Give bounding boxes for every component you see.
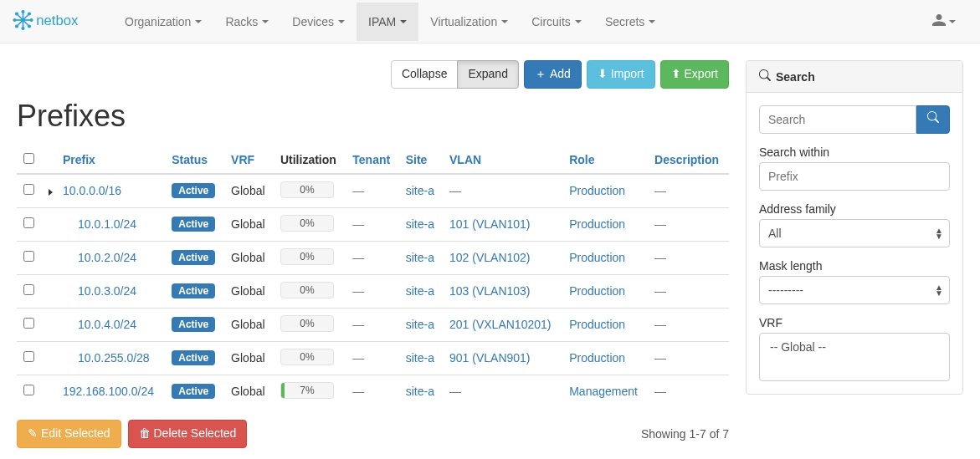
site-link[interactable]: site-a: [406, 351, 434, 365]
vlan-link[interactable]: 103 (VLAN103): [449, 284, 531, 298]
site-link[interactable]: site-a: [406, 184, 434, 197]
address-family-label: Address family: [759, 202, 950, 216]
nav-item-label: IPAM: [368, 15, 396, 28]
nav-item-circuits[interactable]: Circuits: [520, 3, 593, 41]
role-link[interactable]: Production: [569, 184, 625, 197]
utilization-meter: 0%: [280, 215, 334, 232]
description-empty: —: [654, 351, 666, 365]
utilization-meter: 0%: [280, 248, 334, 265]
tenant-empty: —: [352, 251, 364, 264]
import-button[interactable]: ⬇Import: [587, 60, 655, 89]
row-checkbox[interactable]: [23, 184, 34, 195]
mask-length-select[interactable]: ---------: [759, 276, 950, 304]
prefix-link[interactable]: 10.0.1.0/24: [78, 217, 136, 231]
nav-item-racks[interactable]: Racks: [213, 3, 280, 41]
vrf-cell: Global: [224, 308, 274, 341]
svg-point-7: [28, 24, 31, 28]
site-link[interactable]: site-a: [406, 318, 434, 331]
role-link[interactable]: Production: [569, 318, 625, 331]
status-badge: Active: [172, 384, 215, 399]
col-prefix[interactable]: Prefix: [63, 153, 95, 166]
row-checkbox[interactable]: [23, 351, 34, 362]
nav-item-organization[interactable]: Organization: [113, 3, 213, 41]
trash-icon: 🗑: [139, 426, 151, 442]
status-badge: Active: [172, 350, 215, 365]
collapse-button[interactable]: Collapse: [391, 60, 458, 89]
prefix-link[interactable]: 10.0.255.0/28: [78, 351, 150, 365]
col-description[interactable]: Description: [654, 153, 719, 166]
prefix-link[interactable]: 10.0.3.0/24: [78, 284, 136, 298]
user-menu[interactable]: [921, 1, 967, 42]
select-all-checkbox[interactable]: [23, 153, 34, 164]
utilization-text: 0%: [300, 217, 314, 229]
caret-down-icon: [575, 20, 582, 23]
svg-point-12: [21, 18, 25, 23]
search-icon: [759, 69, 771, 84]
row-checkbox[interactable]: [23, 385, 34, 395]
site-link[interactable]: site-a: [406, 385, 434, 398]
utilization-meter: 0%: [280, 181, 334, 198]
col-vrf[interactable]: VRF: [231, 153, 254, 166]
role-link[interactable]: Management: [569, 385, 638, 398]
role-link[interactable]: Production: [569, 351, 625, 365]
brand-link[interactable]: netbox: [13, 8, 96, 35]
expand-toggle-icon[interactable]: [49, 189, 53, 196]
search-submit-button[interactable]: [916, 105, 950, 134]
row-checkbox[interactable]: [23, 251, 34, 262]
row-checkbox[interactable]: [23, 217, 34, 228]
description-empty: —: [654, 284, 666, 298]
nav-item-secrets[interactable]: Secrets: [593, 3, 667, 41]
row-checkbox[interactable]: [23, 318, 34, 329]
site-link[interactable]: site-a: [406, 217, 434, 231]
table-row: 10.0.2.0/24ActiveGlobal0%—site-a102 (VLA…: [17, 241, 729, 274]
search-icon: [927, 111, 939, 128]
site-link[interactable]: site-a: [406, 251, 434, 264]
export-button[interactable]: ⬆Export: [660, 60, 729, 89]
add-button[interactable]: ＋Add: [524, 60, 582, 89]
brand-logo-icon: netbox: [13, 8, 96, 35]
site-link[interactable]: site-a: [406, 284, 434, 298]
status-badge: Active: [172, 317, 215, 332]
address-family-select[interactable]: All: [759, 219, 950, 247]
col-status[interactable]: Status: [172, 153, 208, 166]
row-checkbox[interactable]: [23, 284, 34, 295]
search-within-input[interactable]: [759, 162, 950, 191]
vrf-select[interactable]: -- Global --: [759, 333, 950, 381]
navbar: netbox OrganizationRacksDevicesIPAMVirtu…: [0, 0, 980, 43]
utilization-text: 7%: [300, 385, 314, 396]
col-site[interactable]: Site: [406, 153, 428, 166]
nav-item-ipam[interactable]: IPAM: [357, 3, 418, 41]
delete-selected-button[interactable]: 🗑Delete Selected: [128, 420, 248, 448]
prefix-link[interactable]: 10.0.2.0/24: [78, 251, 136, 264]
nav-item-label: Virtualization: [430, 15, 497, 28]
vlan-link[interactable]: 102 (VLAN102): [449, 251, 531, 264]
nav-item-devices[interactable]: Devices: [280, 3, 357, 41]
vlan-link[interactable]: 101 (VLAN101): [449, 217, 531, 231]
col-role[interactable]: Role: [569, 153, 594, 166]
vrf-label: VRF: [759, 316, 950, 329]
tenant-empty: —: [352, 318, 364, 331]
mask-length-label: Mask length: [759, 259, 950, 273]
search-input[interactable]: [759, 105, 916, 134]
role-link[interactable]: Production: [569, 251, 625, 264]
col-vlan[interactable]: VLAN: [449, 153, 481, 166]
status-badge: Active: [172, 250, 215, 265]
add-button-label: Add: [550, 66, 571, 83]
prefix-link[interactable]: 10.0.0.0/16: [63, 184, 121, 197]
svg-point-10: [13, 18, 16, 22]
prefix-link[interactable]: 192.168.100.0/24: [63, 385, 154, 398]
description-empty: —: [654, 184, 666, 197]
role-link[interactable]: Production: [569, 217, 625, 231]
caret-down-icon: [949, 20, 956, 23]
expand-button[interactable]: Expand: [457, 60, 518, 89]
nav-item-virtualization[interactable]: Virtualization: [418, 3, 520, 41]
vlan-link[interactable]: 901 (VLAN901): [449, 351, 531, 365]
edit-selected-label: Edit Selected: [41, 426, 110, 442]
col-tenant[interactable]: Tenant: [352, 153, 390, 166]
svg-point-6: [15, 24, 18, 28]
edit-selected-button[interactable]: ✎Edit Selected: [17, 420, 121, 448]
role-link[interactable]: Production: [569, 284, 625, 298]
vlan-empty: —: [449, 184, 461, 197]
vlan-link[interactable]: 201 (VXLAN10201): [449, 318, 551, 331]
prefix-link[interactable]: 10.0.4.0/24: [78, 318, 136, 331]
